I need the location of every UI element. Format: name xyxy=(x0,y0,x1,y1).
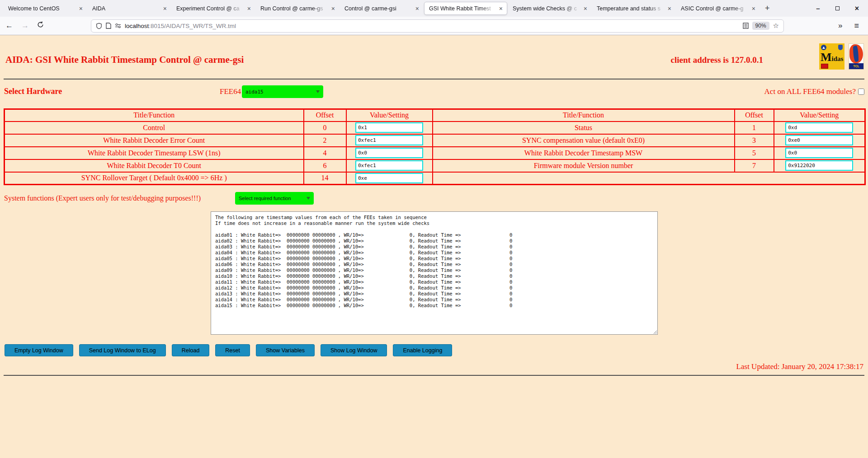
midas-logo-text: Midas xyxy=(821,51,843,64)
browser-tab-bar: Welcome to CentOS × AIDA × Experiment Co… xyxy=(0,0,868,17)
tab-title: AIDA xyxy=(92,5,159,12)
register-title: White Rabbit Decoder Error Count xyxy=(5,134,304,147)
header-divider xyxy=(4,79,864,79)
url-path: :8015/AIDA/TS_WR/TS_WR.tml xyxy=(149,23,236,29)
tab-close-icon[interactable]: × xyxy=(750,5,757,13)
register-offset: 2 xyxy=(304,134,346,147)
tab-title: ASIC Control @ carme-g xyxy=(681,5,748,12)
register-offset: 4 xyxy=(304,147,346,159)
register-offset: 14 xyxy=(304,172,346,185)
empty-log-window-button[interactable]: Empty Log Window xyxy=(5,344,73,356)
overflow-chevrons-icon[interactable]: » xyxy=(838,21,842,30)
register-value-input[interactable] xyxy=(785,160,853,171)
tab-system-wide-checks[interactable]: System wide Checks @ c × xyxy=(508,2,591,15)
fee64-label: FEE64 xyxy=(220,87,241,96)
tab-asic-control[interactable]: ASIC Control @ carme-g × xyxy=(676,2,760,15)
forward-icon[interactable]: → xyxy=(21,21,29,30)
page-info-icon[interactable] xyxy=(106,23,111,29)
register-title: White Rabbit Decoder T0 Count xyxy=(5,159,304,172)
register-offset: 5 xyxy=(735,147,774,159)
reader-mode-icon[interactable] xyxy=(743,23,749,29)
register-value-input[interactable] xyxy=(785,122,853,133)
act-on-all-group: Act on ALL FEE64 modules? xyxy=(764,87,864,96)
action-buttons-row: Empty Log Window Send Log Window to ELog… xyxy=(5,344,452,356)
reset-button[interactable]: Reset xyxy=(215,344,250,356)
client-address-text: client address is 127.0.0.1 xyxy=(671,55,763,65)
select-hardware-label: Select Hardware xyxy=(4,87,62,96)
tab-aida[interactable]: AIDA × xyxy=(88,2,171,15)
register-value-input[interactable] xyxy=(355,148,423,158)
site-permissions-icon[interactable] xyxy=(115,23,121,28)
tab-temperature-and-status[interactable]: Temperature and status s × xyxy=(592,2,675,15)
tab-close-icon[interactable]: × xyxy=(582,5,589,13)
send-log-to-elog-button[interactable]: Send Log Window to ELog xyxy=(79,344,166,356)
page-title: AIDA: GSI White Rabbit Timestamp Control… xyxy=(5,54,244,65)
reload-icon[interactable] xyxy=(37,21,44,30)
act-on-all-label: Act on ALL FEE64 modules? xyxy=(764,87,856,96)
register-title: Status xyxy=(433,122,735,134)
tab-close-icon[interactable]: × xyxy=(246,5,252,13)
footer-divider xyxy=(4,375,864,376)
register-value-input[interactable] xyxy=(355,135,423,145)
url-text[interactable]: localhost:8015/AIDA/TS_WR/TS_WR.tml xyxy=(125,23,739,29)
table-row: SYNC Rollover Target ( Default 0x4000 =>… xyxy=(5,172,865,185)
register-offset: 3 xyxy=(735,134,774,147)
table-header-row: Title/Function Offset Value/Setting Titl… xyxy=(5,109,865,122)
register-title: SYNC Rollover Target ( Default 0x4000 =>… xyxy=(5,172,304,185)
table-row: White Rabbit Decoder Error Count 2 SYNC … xyxy=(5,134,865,147)
tab-gsi-white-rabbit-timestamp[interactable]: GSI White Rabbit Timest × xyxy=(424,2,507,15)
window-minimize-icon[interactable]: – xyxy=(816,5,820,12)
tab-close-icon[interactable]: × xyxy=(330,5,336,13)
register-title: White Rabbit Decoder Timestamp LSW (1ns) xyxy=(5,147,304,159)
col-header-title-function: Title/Function xyxy=(5,109,304,122)
midas-volcano-icon xyxy=(821,45,826,50)
hamburger-menu-icon[interactable]: ≡ xyxy=(854,21,859,31)
window-close-icon[interactable]: × xyxy=(855,5,859,13)
tab-title: System wide Checks @ c xyxy=(513,5,580,12)
col-header-value-setting: Value/Setting xyxy=(774,109,865,122)
show-log-window-button[interactable]: Show Log Window xyxy=(321,344,387,356)
register-table: Title/Function Offset Value/Setting Titl… xyxy=(4,108,866,185)
tab-title: Run Control @ carme-gs xyxy=(260,5,327,12)
register-value-input[interactable] xyxy=(355,173,423,183)
table-row: White Rabbit Decoder Timestamp LSW (1ns)… xyxy=(5,147,865,159)
register-offset: 0 xyxy=(304,122,346,134)
col-header-title-function: Title/Function xyxy=(433,109,735,122)
zoom-level-badge[interactable]: 90% xyxy=(752,22,769,30)
register-value-input[interactable] xyxy=(355,122,423,133)
tab-title: Control @ carme-gsi xyxy=(344,5,411,12)
tab-title: Welcome to CentOS xyxy=(8,5,75,12)
back-icon[interactable]: ← xyxy=(5,21,13,30)
register-offset: 6 xyxy=(304,159,346,172)
act-on-all-checkbox[interactable] xyxy=(858,89,864,95)
new-tab-icon[interactable]: + xyxy=(760,4,774,13)
tab-close-icon[interactable]: × xyxy=(666,5,673,13)
fee64-module-select[interactable]: aida15 xyxy=(242,85,323,98)
table-row: Control 0 Status 1 xyxy=(5,122,865,134)
url-bar[interactable]: localhost:8015/AIDA/TS_WR/TS_WR.tml 90% … xyxy=(91,19,784,33)
tab-control[interactable]: Control @ carme-gsi × xyxy=(340,2,423,15)
register-title: SYNC compensation value (default 0xE0) xyxy=(433,134,735,147)
page-body: AIDA: GSI White Rabbit Timestamp Control… xyxy=(0,35,868,458)
show-variables-button[interactable]: Show Variables xyxy=(256,344,315,356)
window-maximize-icon[interactable] xyxy=(835,6,840,10)
tab-experiment-control[interactable]: Experiment Control @ ca × xyxy=(172,2,255,15)
system-function-select[interactable]: Select required function xyxy=(235,192,314,205)
register-value-input[interactable] xyxy=(785,135,853,145)
tracking-protection-shield-icon[interactable] xyxy=(96,23,102,29)
register-value-input[interactable] xyxy=(355,160,423,171)
last-updated-text: Last Updated: January 20, 2024 17:38:17 xyxy=(736,362,863,371)
register-value-input[interactable] xyxy=(785,148,853,158)
tab-close-icon[interactable]: × xyxy=(498,5,504,13)
enable-logging-button[interactable]: Enable Logging xyxy=(393,344,452,356)
reload-button[interactable]: Reload xyxy=(172,344,210,356)
tab-close-icon[interactable]: × xyxy=(414,5,420,13)
bookmark-star-icon[interactable]: ☆ xyxy=(773,22,779,30)
tab-run-control[interactable]: Run Control @ carme-gs × xyxy=(256,2,339,15)
midas-shield-icon xyxy=(838,45,843,50)
tab-close-icon[interactable]: × xyxy=(78,5,84,13)
tab-welcome-to-centos[interactable]: Welcome to CentOS × xyxy=(4,2,87,15)
tab-close-icon[interactable]: × xyxy=(162,5,168,13)
log-window-textarea[interactable]: The following are timestamp values from … xyxy=(211,211,658,335)
window-controls: – × xyxy=(816,5,868,13)
